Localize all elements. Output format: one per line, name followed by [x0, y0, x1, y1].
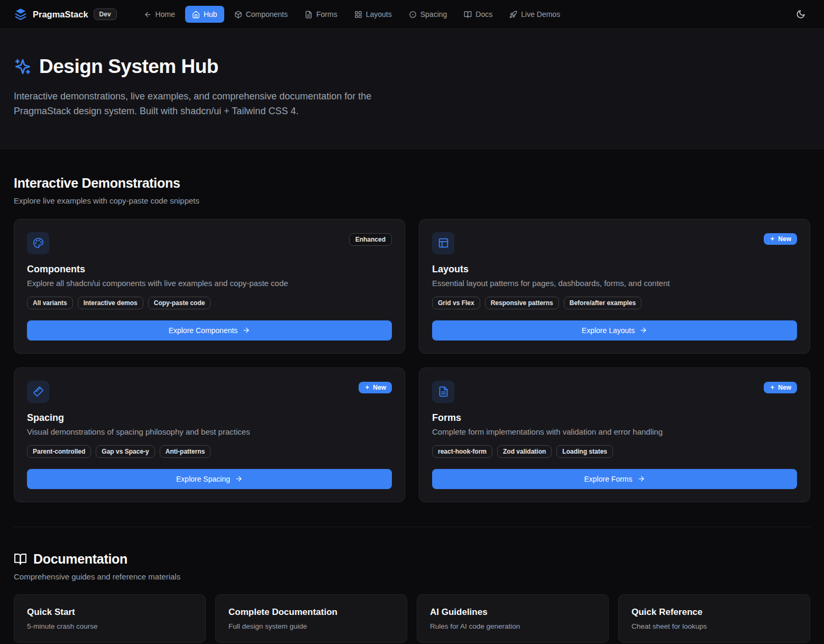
arrow-left-icon [144, 11, 152, 19]
nav-item-hub[interactable]: Hub [185, 6, 224, 23]
explore-forms-button[interactable]: Explore Forms [432, 469, 797, 489]
cta-label: Explore Layouts [582, 326, 635, 335]
nav-item-home[interactable]: Home [137, 6, 182, 23]
main-content: Interactive Demonstrations Explore live … [0, 149, 824, 644]
nav-item-forms[interactable]: Forms [298, 6, 344, 23]
nav-item-components[interactable]: Components [227, 6, 295, 23]
sparkles-icon [14, 58, 32, 76]
badge-label: New [373, 384, 386, 391]
dev-badge: Dev [94, 8, 117, 20]
nav-item-spacing[interactable]: Spacing [402, 6, 454, 23]
nav-item-label: Docs [475, 10, 492, 19]
new-badge: New [764, 233, 797, 245]
theme-toggle-button[interactable] [791, 5, 810, 24]
layout-grid-icon [354, 11, 362, 19]
layers-logo-icon [14, 7, 28, 21]
nav-item-docs[interactable]: Docs [457, 6, 499, 23]
explore-components-button[interactable]: Explore Components [27, 320, 392, 341]
arrow-right-icon [242, 326, 250, 334]
explore-spacing-button[interactable]: Explore Spacing [27, 469, 392, 489]
nav-item-label: Home [155, 10, 175, 19]
cta-label: Explore Forms [584, 475, 632, 483]
card-title: Layouts [432, 264, 797, 275]
tag: Anti-patterns [160, 445, 211, 458]
doc-card-quick-start[interactable]: Quick Start 5-minute crash course [14, 594, 206, 643]
tag: Interactive demos [78, 297, 143, 309]
card-title: Spacing [27, 412, 392, 424]
cta-label: Explore Spacing [176, 475, 230, 483]
tag: Grid vs Flex [432, 297, 480, 309]
demo-grid: Enhanced Components Explore all shadcn/u… [14, 219, 810, 502]
page-title: Design System Hub [39, 56, 218, 78]
demos-subtitle: Explore live examples with copy-paste co… [14, 196, 810, 205]
navbar: PragmaStack Dev Home Hub Components Form… [0, 0, 824, 29]
nav-item-label: Components [246, 10, 288, 19]
doc-card-description: Rules for AI code generation [430, 622, 596, 630]
nav-item-label: Forms [316, 10, 337, 19]
doc-card-title: AI Guidelines [430, 607, 596, 618]
tag-row: Parent-controlled Gap vs Space-y Anti-pa… [27, 445, 392, 458]
sparkle-icon [364, 384, 370, 390]
card-title: Components [27, 264, 392, 275]
card-description: Explore all shadcn/ui components with li… [27, 279, 392, 288]
box-icon [234, 11, 242, 19]
tag: Responsive patterns [485, 297, 559, 309]
enhanced-badge: Enhanced [349, 233, 392, 246]
doc-card-description: 5-minute crash course [27, 622, 193, 630]
file-text-icon [432, 381, 454, 403]
doc-card-quick-reference[interactable]: Quick Reference Cheat sheet for lookups [618, 594, 810, 643]
sparkle-icon [770, 236, 775, 242]
hero-section: Design System Hub Interactive demonstrat… [0, 29, 824, 149]
doc-card-title: Quick Reference [631, 607, 797, 618]
doc-card-description: Full design system guide [228, 622, 394, 630]
documentation-section: Documentation Comprehensive guides and r… [14, 527, 810, 644]
doc-card-title: Quick Start [27, 607, 193, 618]
demos-section: Interactive Demonstrations Explore live … [14, 149, 810, 502]
book-open-icon [14, 553, 27, 566]
tag: Zod validation [497, 445, 552, 458]
nav-item-label: Spacing [420, 10, 447, 19]
house-icon [192, 11, 200, 19]
demo-card-forms: New Forms Complete form implementations … [419, 367, 810, 502]
panels-icon [432, 232, 454, 254]
doc-card-title: Complete Documentation [228, 607, 394, 618]
arrow-right-icon [637, 475, 645, 483]
new-badge: New [764, 382, 797, 393]
tag: Parent-controlled [27, 445, 91, 458]
tag-row: react-hook-form Zod validation Loading s… [432, 445, 797, 458]
nav-item-label: Layouts [366, 10, 392, 19]
ruler-icon [27, 381, 49, 403]
doc-card-description: Cheat sheet for lookups [631, 622, 797, 630]
documentation-subtitle: Comprehensive guides and reference mater… [14, 572, 810, 581]
tag: Copy-paste code [148, 297, 211, 309]
sparkle-icon [770, 384, 775, 390]
new-badge: New [359, 382, 392, 393]
documentation-title: Documentation [33, 551, 127, 567]
doc-card-complete-documentation[interactable]: Complete Documentation Full design syste… [215, 594, 407, 643]
doc-card-ai-guidelines[interactable]: AI Guidelines Rules for AI code generati… [417, 594, 609, 643]
arrow-right-icon [235, 475, 243, 483]
demo-card-components: Enhanced Components Explore all shadcn/u… [14, 219, 405, 354]
book-open-icon [464, 11, 472, 19]
card-description: Complete form implementations with valid… [432, 427, 797, 436]
tag-row: All variants Interactive demos Copy-past… [27, 297, 392, 309]
tag: react-hook-form [432, 445, 492, 458]
brand[interactable]: PragmaStack Dev [14, 7, 117, 21]
demos-title: Interactive Demonstrations [14, 176, 810, 191]
file-text-icon [305, 11, 313, 19]
page-subtitle: Interactive demonstrations, live example… [14, 89, 414, 119]
demo-card-layouts: New Layouts Essential layout patterns fo… [419, 219, 810, 354]
nav-item-live-demos[interactable]: Live Demos [502, 6, 567, 23]
nav-item-label: Hub [204, 10, 217, 19]
demo-card-spacing: New Spacing Visual demonstrations of spa… [14, 367, 405, 502]
card-description: Visual demonstrations of spacing philoso… [27, 427, 392, 436]
rocket-icon [509, 11, 517, 19]
main-nav: Home Hub Components Forms Layouts Spacin… [137, 6, 567, 23]
nav-item-layouts[interactable]: Layouts [347, 6, 399, 23]
tag: Before/after examples [564, 297, 642, 309]
moon-icon [796, 10, 805, 19]
explore-layouts-button[interactable]: Explore Layouts [432, 320, 797, 341]
badge-label: New [778, 235, 791, 243]
nav-item-label: Live Demos [521, 10, 560, 19]
card-description: Essential layout patterns for pages, das… [432, 279, 797, 288]
